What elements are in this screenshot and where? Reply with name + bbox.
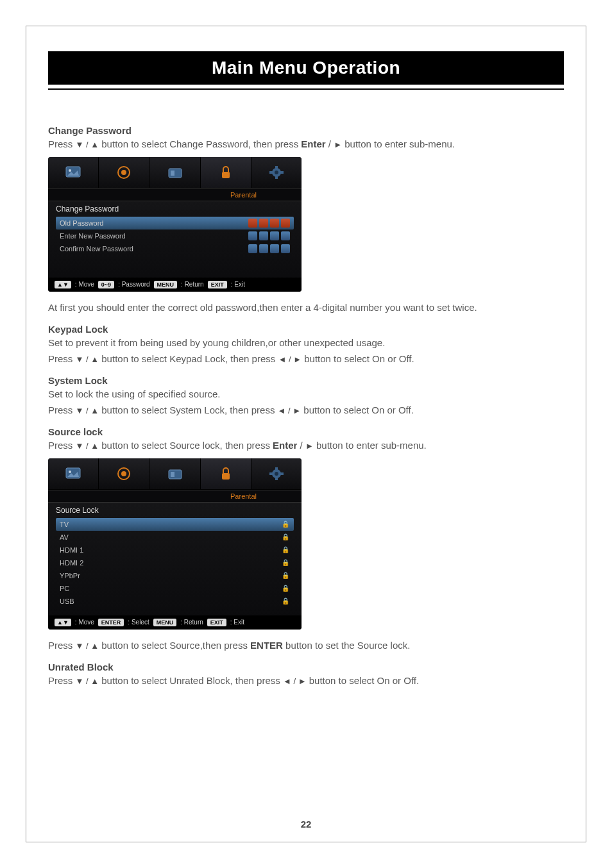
- text-system-lock-press: Press ▼ / ▲ button to select System Lock…: [48, 403, 564, 418]
- osd-row-source[interactable]: YPbPr 🔒: [56, 569, 294, 582]
- lock-icon: [217, 164, 234, 181]
- picture-icon: [65, 165, 81, 179]
- gear-icon: [268, 165, 285, 179]
- footer-move: : Move: [75, 619, 94, 626]
- lock-status-icon: 🔒: [281, 520, 290, 529]
- osd-body: TV 🔒 AV 🔒 HDMI 1 🔒 HDMI 2 🔒 YPbPr: [48, 518, 302, 615]
- osd-tab-sound[interactable]: [99, 157, 149, 188]
- osd-row-label: PC: [60, 585, 69, 592]
- heading-source-lock: Source lock: [48, 426, 564, 437]
- osd-row-label: TV: [60, 521, 69, 528]
- osd-tab-setup[interactable]: [251, 157, 302, 188]
- svg-rect-23: [275, 477, 278, 480]
- right-arrow-icon: ►: [293, 406, 301, 415]
- svg-rect-12: [280, 171, 284, 174]
- osd-tab-picture[interactable]: [48, 157, 99, 188]
- osd-row-source[interactable]: USB 🔒: [56, 595, 294, 608]
- osd-tab-channel[interactable]: [149, 458, 200, 489]
- pw-box: [259, 231, 268, 240]
- password-boxes: [248, 219, 290, 228]
- pw-box: [281, 244, 290, 253]
- channel-icon: [167, 165, 183, 179]
- footer-return: : Return: [180, 619, 203, 626]
- text-fragment: button to select On or Off.: [307, 675, 420, 686]
- osd-tab-parental[interactable]: [201, 157, 251, 188]
- text-fragment: button to select Change Password, then p…: [99, 138, 301, 149]
- text-fragment: button to enter sub-menu.: [316, 440, 427, 451]
- left-arrow-icon: ◄: [278, 406, 286, 415]
- pw-box: [248, 231, 257, 240]
- osd-row-label: Enter New Password: [60, 232, 126, 240]
- text-keypad-lock-press: Press ▼ / ▲ button to select Keypad Lock…: [48, 352, 564, 367]
- svg-point-8: [275, 171, 278, 174]
- section-change-password: Change Password Press ▼ / ▲ button to se…: [48, 125, 564, 315]
- osd-tabs: [48, 458, 302, 490]
- svg-rect-18: [171, 472, 174, 477]
- osd-section-label: Source Lock: [48, 503, 302, 518]
- up-arrow-icon: ▲: [90, 676, 99, 686]
- separator: /: [285, 406, 293, 415]
- osd-tab-channel[interactable]: [149, 157, 200, 188]
- up-arrow-icon: ▲: [90, 441, 99, 451]
- osd-row-source[interactable]: HDMI 2 🔒: [56, 556, 294, 569]
- up-arrow-icon: ▲: [90, 641, 99, 651]
- menu-key-label: MENU: [154, 281, 178, 288]
- text-fragment: button to select Unrated Block, then pre…: [99, 675, 283, 686]
- up-arrow-icon: ▲: [90, 406, 99, 415]
- osd-row-label: HDMI 2: [60, 559, 83, 567]
- text-fragment: Press: [48, 640, 76, 651]
- section-keypad-lock: Keypad Lock Set to prevent it from being…: [48, 324, 564, 366]
- svg-rect-25: [280, 472, 284, 475]
- pw-box: [248, 244, 257, 253]
- text-fragment: button to select Source lock, then press: [99, 440, 273, 451]
- separator: /: [291, 676, 298, 686]
- right-arrow-icon: ►: [305, 441, 314, 451]
- title-divider: [48, 88, 564, 90]
- osd-row-enter-password[interactable]: Enter New Password: [56, 230, 294, 242]
- text-fragment: button to select Source,then press: [99, 640, 250, 651]
- osd-tab-picture[interactable]: [48, 458, 99, 489]
- osd-footer: ▲▼ : Move ENTER : Select MENU : Return E…: [48, 615, 302, 630]
- text-fragment: button to select Keypad Lock, then press: [99, 353, 278, 364]
- separator: /: [83, 355, 90, 364]
- svg-rect-9: [275, 166, 278, 169]
- enter-label: Enter: [273, 440, 297, 451]
- pw-box: [248, 219, 257, 228]
- footer-select: : Select: [128, 619, 149, 626]
- sound-icon: [115, 165, 132, 179]
- svg-rect-6: [222, 172, 230, 178]
- text-fragment: button to set the Source lock.: [283, 640, 410, 651]
- osd-row-old-password[interactable]: Old Password: [56, 217, 294, 230]
- password-boxes: [248, 244, 290, 253]
- osd-section-label: Change Password: [48, 201, 302, 217]
- svg-rect-5: [171, 171, 174, 176]
- lock-icon: [217, 465, 234, 482]
- osd-row-label: Old Password: [60, 219, 103, 227]
- osd-row-source[interactable]: HDMI 1 🔒: [56, 544, 294, 556]
- lock-status-icon: 🔒: [281, 584, 290, 593]
- svg-rect-22: [275, 467, 278, 471]
- text-fragment: Press: [48, 440, 76, 451]
- footer-return: : Return: [181, 281, 204, 288]
- separator: /: [83, 676, 90, 686]
- numkeys-label: 0~9: [98, 281, 114, 288]
- section-unrated-block: Unrated Block Press ▼ / ▲ button to sele…: [48, 662, 564, 689]
- osd-row-label: HDMI 1: [60, 546, 83, 554]
- osd-row-source[interactable]: AV 🔒: [56, 531, 294, 544]
- lock-status-icon: 🔒: [281, 597, 290, 606]
- osd-tab-setup[interactable]: [251, 458, 302, 489]
- pw-box: [270, 231, 279, 240]
- osd-tab-parental[interactable]: [201, 458, 251, 489]
- osd-tab-sound[interactable]: [99, 458, 149, 489]
- footer-exit: : Exit: [231, 281, 245, 288]
- text-change-password-instruction: Press ▼ / ▲ button to select Change Pass…: [48, 137, 564, 152]
- text-fragment: button to select On or Off.: [301, 405, 414, 415]
- enter-key-label: ENTER: [98, 619, 124, 626]
- osd-row-source[interactable]: PC 🔒: [56, 582, 294, 595]
- osd-row-source[interactable]: TV 🔒: [56, 518, 294, 531]
- osd-row-label: Confirm New Password: [60, 245, 133, 253]
- password-boxes: [248, 231, 290, 240]
- text-keypad-lock-desc: Set to prevent it from being used by you…: [48, 336, 564, 351]
- pw-box: [259, 219, 268, 228]
- osd-row-confirm-password[interactable]: Confirm New Password: [56, 242, 294, 255]
